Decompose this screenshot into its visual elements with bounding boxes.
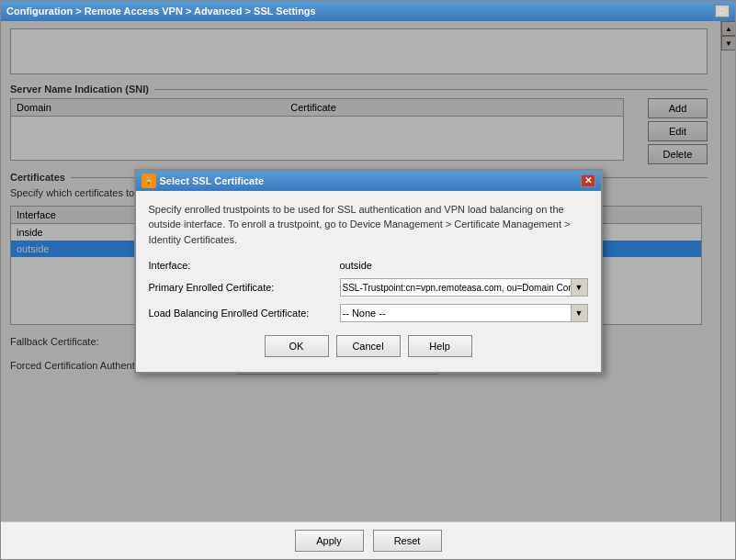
breadcrumb: Configuration > Remote Access VPN > Adva… (6, 6, 316, 17)
modal-loadbalance-field: Load Balancing Enrolled Certificate: -- … (149, 304, 588, 322)
modal-loadbalance-label: Load Balancing Enrolled Certificate: (149, 308, 333, 319)
modal-title: 🔒 Select SSL Certificate (142, 174, 265, 188)
modal-help-button[interactable]: Help (408, 335, 472, 357)
reset-button[interactable]: Reset (373, 530, 442, 552)
maximize-button[interactable]: □ (715, 5, 730, 17)
modal-buttons: OK Cancel Help (149, 335, 588, 361)
modal-loadbalance-dropdown[interactable]: -- None -- ▼ (340, 304, 588, 322)
modal-primary-value: SSL-Trustpoint:cn=vpn.remoteasa.com, ou=… (343, 283, 582, 293)
title-controls: □ (715, 5, 730, 17)
ssl-icon: 🔒 (142, 174, 156, 188)
modal-content: Specify enrolled trustpoints to be used … (136, 191, 601, 373)
title-bar: Configuration > Remote Access VPN > Adva… (1, 1, 735, 21)
modal-description: Specify enrolled trustpoints to be used … (149, 202, 588, 248)
modal-ok-button[interactable]: OK (265, 335, 329, 357)
modal-interface-value: outside (340, 260, 372, 271)
primary-dropdown-arrow[interactable]: ▼ (571, 279, 587, 296)
modal-primary-dropdown[interactable]: SSL-Trustpoint:cn=vpn.remoteasa.com, ou=… (340, 278, 588, 297)
bottom-bar: Apply Reset (1, 521, 735, 559)
modal-title-text: Select SSL Certificate (160, 175, 265, 186)
modal-primary-label: Primary Enrolled Certificate: (149, 282, 333, 293)
modal-overlay: 🔒 Select SSL Certificate ✕ Specify enrol… (1, 21, 735, 521)
content-area: ▲ ▼ Server Name Indication (SNI) Domain … (1, 21, 735, 521)
modal-loadbalance-value: -- None -- (343, 308, 386, 319)
modal-primary-field: Primary Enrolled Certificate: SSL-Trustp… (149, 278, 588, 297)
modal-title-bar: 🔒 Select SSL Certificate ✕ (136, 171, 601, 191)
modal-interface-label: Interface: (149, 260, 333, 271)
main-window: Configuration > Remote Access VPN > Adva… (0, 0, 736, 560)
modal-close-button[interactable]: ✕ (581, 174, 595, 187)
loadbalance-dropdown-arrow[interactable]: ▼ (571, 305, 587, 321)
modal-cancel-button[interactable]: Cancel (336, 335, 401, 357)
apply-button[interactable]: Apply (295, 530, 364, 552)
ssl-certificate-dialog: 🔒 Select SSL Certificate ✕ Specify enrol… (134, 169, 603, 375)
modal-interface-field: Interface: outside (149, 260, 588, 271)
